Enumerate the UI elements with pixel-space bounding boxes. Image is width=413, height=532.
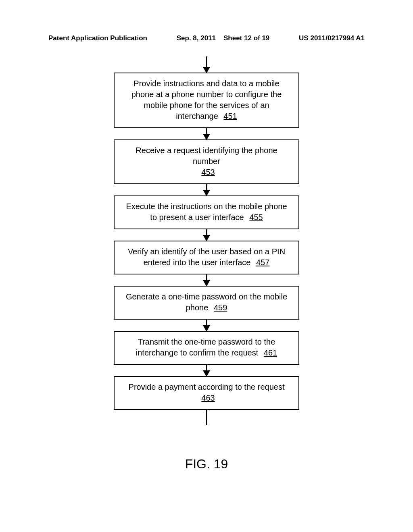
flowchart: Provide instructions and data to a mobil… (0, 56, 413, 425)
header-docnum: US 2011/0217994 A1 (299, 34, 365, 42)
step-text: Generate a one-time password on the mobi… (126, 292, 287, 312)
arrow-out (206, 410, 207, 425)
figure-label: FIG. 19 (0, 457, 413, 472)
step-box-453: Receive a request identifying the phone … (114, 139, 299, 184)
header-left: Patent Application Publication (48, 34, 147, 42)
header-sheet: Sheet 12 of 19 (223, 34, 269, 42)
step-box-463: Provide a payment according to the reque… (114, 376, 299, 410)
arrow (206, 229, 207, 241)
step-box-459: Generate a one-time password on the mobi… (114, 286, 299, 320)
step-box-457: Verify an identify of the user based on … (114, 241, 299, 274)
step-text: Execute the instructions on the mobile p… (126, 202, 287, 222)
arrow (206, 320, 207, 331)
step-text: Transmit the one-time password to the in… (136, 337, 275, 357)
arrow (206, 274, 207, 286)
step-ref: 455 (249, 213, 263, 222)
step-ref: 463 (201, 393, 215, 402)
step-box-455: Execute the instructions on the mobile p… (114, 195, 299, 229)
step-text: Provide a payment according to the reque… (129, 382, 285, 391)
step-ref: 459 (214, 303, 227, 312)
header-mid: Sep. 8, 2011 Sheet 12 of 19 (177, 34, 270, 42)
step-ref: 451 (223, 112, 237, 121)
step-text: Receive a request identifying the phone … (136, 146, 277, 166)
arrow (206, 184, 207, 195)
page-header: Patent Application Publication Sep. 8, 2… (48, 34, 365, 42)
step-ref: 457 (256, 258, 269, 267)
step-box-451: Provide instructions and data to a mobil… (114, 73, 299, 128)
arrow-in (206, 56, 207, 73)
header-date: Sep. 8, 2011 (177, 34, 216, 42)
arrow (206, 128, 207, 139)
patent-page: Patent Application Publication Sep. 8, 2… (0, 0, 413, 532)
arrow (206, 365, 207, 376)
step-ref: 461 (264, 348, 277, 357)
step-ref: 453 (201, 168, 215, 177)
step-box-461: Transmit the one-time password to the in… (114, 331, 299, 365)
step-text: Provide instructions and data to a mobil… (131, 79, 282, 121)
